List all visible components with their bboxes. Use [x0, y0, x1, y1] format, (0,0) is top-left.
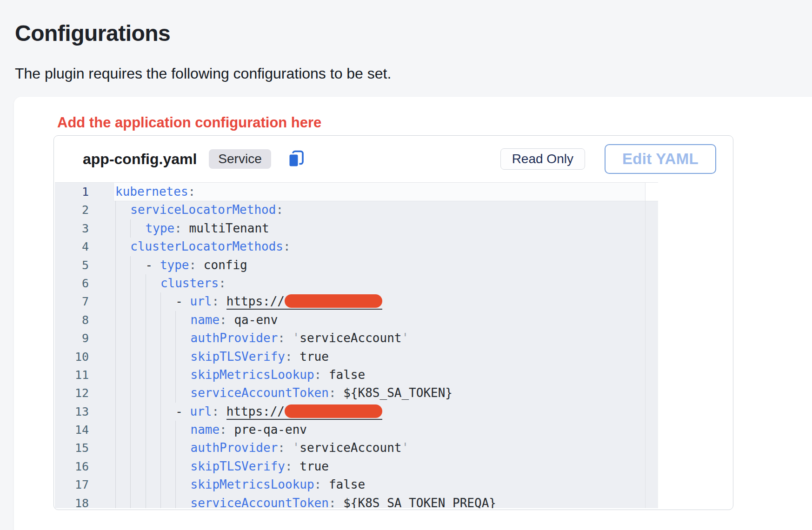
indent-guide	[130, 384, 145, 402]
service-badge: Service	[209, 149, 271, 169]
indent-guide	[115, 366, 130, 384]
indent-guide	[115, 274, 130, 292]
line-number: 12	[55, 384, 89, 402]
page-title: Configurations	[15, 20, 170, 46]
line-number: 5	[55, 256, 89, 274]
indent-guide	[115, 219, 130, 238]
indent-guide	[175, 311, 190, 329]
indent-guide	[175, 439, 190, 457]
indent-guide	[115, 329, 130, 347]
gutter-gap	[89, 439, 115, 457]
gutter-gap	[89, 366, 115, 384]
gutter-gap	[89, 384, 115, 402]
indent-guide	[130, 476, 145, 494]
indent-guide	[130, 494, 145, 508]
indent-guide	[115, 311, 130, 329]
code-line: 5- type: config	[55, 256, 658, 274]
indent-guide	[130, 421, 145, 439]
yaml-editor-card: app-config.yaml Service Read Only Edit Y…	[53, 135, 733, 510]
gutter-gap	[89, 494, 115, 508]
line-number: 8	[55, 311, 89, 329]
indent-guide	[146, 274, 160, 292]
editor-scrollbar[interactable]	[645, 183, 658, 508]
gutter-gap	[89, 421, 115, 439]
indent-guide	[146, 439, 160, 457]
code-line: 17skipMetricsLookup: false	[55, 476, 658, 494]
indent-guide	[160, 384, 175, 402]
indent-guide	[160, 476, 175, 494]
indent-guide	[160, 329, 175, 347]
line-number: 3	[55, 219, 89, 238]
line-number: 6	[55, 274, 89, 292]
code-text: authProvider: 'serviceAccount'	[190, 329, 409, 347]
indent-guide	[175, 494, 190, 508]
line-number: 17	[55, 476, 89, 494]
redacted-url: https://	[226, 294, 382, 310]
line-number: 1	[55, 183, 89, 201]
redacted-url: https://	[226, 404, 382, 420]
indent-guide	[115, 421, 130, 439]
indent-guide	[130, 274, 145, 292]
indent-guide	[160, 494, 175, 508]
indent-guide	[160, 439, 175, 457]
gutter-gap	[89, 183, 115, 201]
indent-guide	[130, 219, 145, 238]
indent-guide	[175, 457, 190, 476]
code-text: - url: https://	[175, 292, 382, 311]
code-text: serviceAccountToken: ${K8S_SA_TOKEN}	[190, 384, 453, 402]
line-number: 14	[55, 421, 89, 439]
yaml-code-viewer[interactable]: 1kubernetes:2serviceLocatorMethod:3type:…	[55, 182, 658, 508]
code-line: 1kubernetes:	[55, 183, 658, 201]
editor-header: app-config.yaml Service Read Only Edit Y…	[54, 136, 733, 182]
indent-guide	[115, 292, 130, 311]
indent-guide	[146, 494, 160, 508]
code-text: clusters:	[160, 274, 226, 292]
scrollbar-thumb[interactable]	[646, 183, 658, 201]
indent-guide	[115, 348, 130, 366]
code-line: 10skipTLSVerify: true	[55, 348, 658, 366]
indent-guide	[146, 457, 160, 476]
indent-guide	[115, 256, 130, 274]
gutter-gap	[89, 311, 115, 329]
code-line: 9authProvider: 'serviceAccount'	[55, 329, 658, 347]
line-number: 2	[55, 201, 89, 219]
line-number: 10	[55, 348, 89, 366]
indent-guide	[175, 421, 190, 439]
line-number: 9	[55, 329, 89, 347]
gutter-gap	[89, 256, 115, 274]
code-text: - url: https://	[175, 403, 382, 421]
code-line: 8name: qa-env	[55, 311, 658, 329]
gutter-gap	[89, 292, 115, 311]
indent-guide	[160, 348, 175, 366]
indent-guide	[130, 311, 145, 329]
indent-guide	[175, 329, 190, 347]
indent-guide	[146, 384, 160, 402]
redaction-pill	[285, 294, 382, 308]
indent-guide	[130, 403, 145, 421]
gutter-gap	[89, 348, 115, 366]
gutter-gap	[89, 274, 115, 292]
indent-guide	[115, 494, 130, 508]
code-line: 15authProvider: 'serviceAccount'	[55, 439, 658, 457]
gutter-gap	[89, 219, 115, 238]
instruction-label: Add the application configuration here	[57, 114, 321, 131]
edit-yaml-button[interactable]: Edit YAML	[605, 144, 716, 174]
line-number: 18	[55, 494, 89, 508]
indent-guide	[160, 421, 175, 439]
gutter-gap	[89, 329, 115, 347]
copy-icon[interactable]	[287, 150, 306, 168]
indent-guide	[146, 476, 160, 494]
code-text: serviceLocatorMethod:	[130, 201, 283, 219]
gutter-gap	[89, 457, 115, 476]
read-only-button[interactable]: Read Only	[500, 148, 585, 170]
indent-guide	[130, 439, 145, 457]
code-text: serviceAccountToken: ${K8S_SA_TOKEN_PREQ…	[190, 494, 496, 508]
indent-guide	[175, 384, 190, 402]
indent-guide	[130, 292, 145, 311]
line-number: 15	[55, 439, 89, 457]
indent-guide	[146, 311, 160, 329]
indent-guide	[146, 292, 160, 311]
indent-guide	[115, 201, 130, 219]
indent-guide	[160, 366, 175, 384]
line-number: 7	[55, 292, 89, 311]
